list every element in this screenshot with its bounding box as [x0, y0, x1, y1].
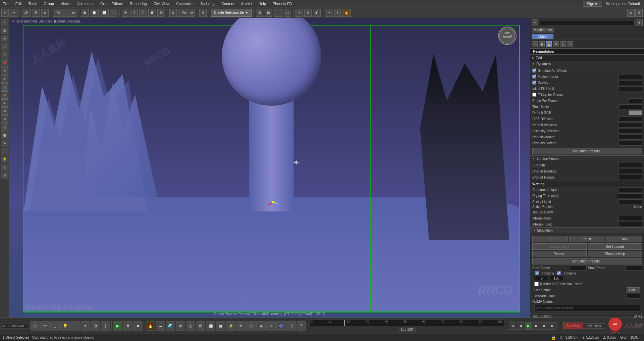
sidebar-icon-scale[interactable]: ⬡ [1, 51, 8, 58]
steps-per-frame-value[interactable]: 8 [629, 98, 642, 103]
viscosity-diffusion-value[interactable]: 0.0 [619, 129, 642, 134]
go-to-end-btn[interactable]: ⏭ [549, 322, 556, 330]
motion-inertia-value[interactable]: 1.0 [619, 74, 642, 79]
time-scale-value[interactable]: 1.0 [619, 104, 642, 109]
sim-presets-btn[interactable]: Simulation Presets... [532, 148, 642, 154]
sidebar-icon-misc8[interactable]: 🎥 [1, 148, 8, 155]
anim-icon-fx8[interactable]: ⚡ [226, 321, 235, 331]
menu-arnold[interactable]: Arnold [239, 1, 253, 6]
sidebar-icon-misc3[interactable]: ⊞ [1, 107, 8, 115]
rp-dropdown-btn[interactable]: ▼ [636, 19, 643, 26]
menu-content[interactable]: Content [220, 1, 236, 6]
gravity-value[interactable]: 1.0 [619, 80, 642, 85]
table-btn[interactable]: ▦ [265, 9, 272, 17]
rp-icon-move[interactable]: ▣ [539, 41, 545, 47]
sidebar-icon-rotate[interactable]: ↺ [1, 43, 8, 50]
rotate-btn[interactable]: ↺ [130, 9, 138, 17]
undo-btn[interactable]: ↩ [1, 9, 9, 17]
play-anim-btn[interactable]: ▶ [525, 322, 532, 330]
render-each-sim-checkbox[interactable] [534, 282, 539, 286]
sign-in-btn[interactable]: Sign In [583, 1, 602, 7]
play-btn[interactable]: ▶ [113, 321, 122, 331]
anim-icon-bones[interactable]: ⟨ [101, 321, 110, 331]
non-newtonian-value[interactable]: 0.0 [619, 135, 642, 140]
sidebar-icon-populate[interactable]: 👥 [1, 83, 8, 91]
sidebar-icon-move[interactable]: ✛ [1, 35, 8, 42]
sidebar-icon-place[interactable]: 📌 [1, 59, 8, 66]
sidebar-icon-misc5[interactable]: ◻ [1, 124, 8, 131]
extra-btn-1[interactable]: ⊕ [627, 9, 635, 17]
viewport[interactable]: [ + ] [Perspective] [Standard] [Default … [9, 18, 530, 318]
anim-icon-fx6[interactable]: ⬤ [206, 321, 215, 331]
align-btn[interactable]: ⊞ [304, 9, 312, 17]
start-btn[interactable]: Start [532, 236, 568, 242]
scale-type-btn[interactable]: ⬢ [148, 9, 156, 17]
sticky-liquid-value[interactable]: 0.0 [619, 199, 642, 204]
simulate-air-checkbox[interactable] [532, 68, 536, 72]
lock-icon[interactable]: 🔒 [551, 335, 556, 340]
frame-num-2[interactable] [550, 276, 563, 281]
rp-icon-sim-active[interactable]: 🔥 [546, 41, 552, 47]
curve2-btn[interactable]: ⌇ [334, 9, 341, 17]
create-selection-btn[interactable]: Create Selection Se ▼ [211, 9, 252, 17]
restore-btn[interactable]: Restore [532, 251, 587, 257]
sidebar-icon-misc4[interactable]: ⊟ [1, 115, 8, 123]
grid-section-header[interactable]: ▶ Grid [530, 55, 644, 61]
link-btn[interactable]: 🔗 [22, 9, 31, 17]
anim-icon-fx14[interactable]: ⊟ [286, 321, 296, 331]
consumed-liquid-value[interactable]: 0.0 [619, 187, 642, 192]
prev-frame-btn[interactable]: ⏮ [509, 322, 516, 330]
select-name-btn[interactable]: 📋 [90, 9, 99, 17]
droplets-surfing-value[interactable]: 0.0 [619, 141, 642, 146]
filter-dropdown[interactable]: All [53, 9, 76, 17]
anim-icon-fx13[interactable]: 🎆 [276, 321, 286, 331]
unlink-btn[interactable]: ⛓ [32, 9, 40, 17]
scale-btn[interactable]: ⬡ [139, 9, 147, 17]
menu-animation[interactable]: Animation [76, 1, 95, 6]
sidebar-icon-misc1[interactable]: ◎ [1, 91, 8, 99]
anim-icon-fx3[interactable]: ⊕ [176, 321, 185, 331]
menu-group[interactable]: Group [42, 1, 55, 6]
simulation-section-header[interactable]: ▼ Simulation [530, 227, 644, 233]
sidebar-icon-paint[interactable]: 🖌 [1, 75, 8, 83]
surface-tension-section-header[interactable]: ▼ Surface Tension [530, 155, 644, 161]
rgb-diffusion-value[interactable]: 1.0 [619, 116, 642, 121]
drying-time-value[interactable]: 10000.0 [617, 193, 642, 198]
anim-icon-splines[interactable]: 〜 [40, 321, 50, 331]
anim-icon-fx1[interactable]: ☁ [156, 321, 165, 331]
menu-edit[interactable]: Edit [14, 1, 23, 6]
timeline-stop-checkbox[interactable] [557, 271, 561, 275]
fill-up-ocean-checkbox[interactable] [532, 93, 536, 97]
timeline-strip[interactable]: 0 10 20 30 40 50 60 70 80 90 100 [309, 320, 504, 326]
anim-icon-fx11[interactable]: ◈ [256, 321, 266, 331]
bind-btn[interactable]: ◈ [41, 9, 49, 17]
initial-fill-up-value[interactable]: 50.0 [619, 86, 642, 91]
start-frame-input[interactable]: 0 [570, 265, 587, 271]
next-frame-btn[interactable]: ⏭ [541, 322, 548, 330]
sidebar-icon-misc7[interactable]: ⊕ [1, 140, 8, 147]
stop-btn[interactable]: Stop [606, 236, 642, 242]
view-dropdown[interactable]: View [178, 9, 195, 17]
default-rgb-swatch[interactable] [629, 110, 642, 115]
menu-scripting[interactable]: Scripting [199, 1, 216, 6]
window-crossing-btn[interactable]: ◻ [110, 9, 117, 17]
pause-btn[interactable]: Pause [569, 236, 605, 242]
menu-views[interactable]: Views [59, 1, 72, 6]
layer-btn[interactable]: ◧ [313, 9, 321, 17]
object-tab-btn[interactable]: Object [532, 34, 553, 39]
menu-rendering[interactable]: Rendering [128, 1, 148, 6]
rp-icon-motion[interactable]: ↗ [567, 41, 573, 47]
interpolation-value[interactable]: 0.0 [619, 216, 642, 221]
edit-script-btn[interactable]: Edit... [627, 287, 640, 293]
move-btn[interactable]: ✛ [122, 9, 129, 17]
next-key-btn[interactable]: ▶ [533, 322, 540, 330]
anim-icon-lights[interactable]: 💡 [60, 321, 70, 331]
rp-icon-settings[interactable]: ⚙ [553, 41, 559, 47]
object-name-field[interactable]: PhoenixFDLiquid001 [540, 20, 635, 26]
dynamics-section-header[interactable]: ▼ Dynamics [530, 61, 644, 67]
sidebar-icon-misc2[interactable]: ◈ [1, 99, 8, 107]
extra-btn-2[interactable]: ⊞ [635, 9, 643, 17]
sidebar-icon-1[interactable]: + [1, 19, 8, 26]
anim-icon-geom[interactable]: ◻ [50, 321, 60, 331]
rect-select-btn[interactable]: ⬜ [100, 9, 109, 17]
